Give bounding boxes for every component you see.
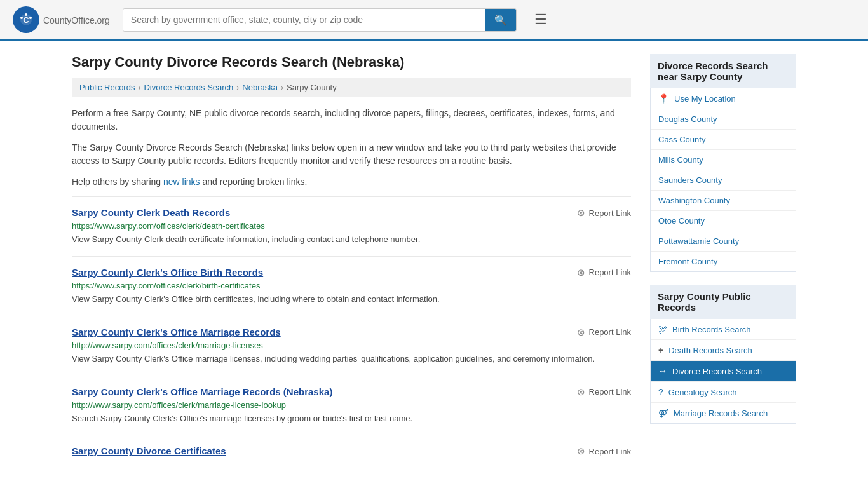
list-item: Fremont County [651, 252, 796, 271]
report-icon: ⊗ [577, 267, 585, 278]
report-icon: ⊗ [577, 445, 585, 457]
result-url[interactable]: https://www.sarpy.com/offices/clerk/deat… [72, 221, 631, 231]
list-item: + Death Records Search [651, 340, 796, 361]
result-url[interactable]: https://www.sarpy.com/offices/clerk/birt… [72, 281, 631, 290]
search-bar: 🔍 [123, 8, 517, 32]
result-url[interactable]: http://www.sarpy.com/offices/clerk/marri… [72, 341, 631, 350]
result-title[interactable]: Sarpy County Clerk's Office Birth Record… [72, 267, 263, 278]
site-header: C CountyOffice.org 🔍 ☰ [0, 0, 868, 41]
search-input[interactable] [123, 9, 485, 31]
report-icon: ⊗ [577, 327, 585, 338]
result-desc: View Sarpy County Clerk's Office birth c… [72, 294, 631, 306]
sidebar-county-link[interactable]: Mills County [651, 150, 796, 170]
list-item: Pottawattamie County [651, 231, 796, 252]
breadcrumb: Public Records › Divorce Records Search … [72, 78, 631, 97]
report-icon: ⊗ [577, 386, 585, 398]
result-title[interactable]: Sarpy County Divorce Certificates [72, 445, 226, 456]
sidebar-marriage-records-link[interactable]: ⚤ Marriage Records Search [651, 403, 796, 423]
use-my-location-link[interactable]: 📍 Use My Location [651, 88, 796, 109]
new-links-link[interactable]: new links [163, 177, 200, 187]
breadcrumb-sep-2: › [236, 83, 239, 92]
result-header: Sarpy County Clerk's Office Marriage Rec… [72, 386, 631, 398]
result-desc: View Sarpy County Clerk's Office marriag… [72, 353, 631, 365]
cross-icon: + [658, 345, 663, 355]
sidebar-county-link[interactable]: Otoe County [651, 211, 796, 231]
breadcrumb-link-nebraska[interactable]: Nebraska [242, 83, 278, 92]
list-item: ⚤ Marriage Records Search [651, 403, 796, 423]
svg-point-4 [29, 17, 32, 19]
svg-text:C: C [23, 15, 29, 25]
main-container: Sarpy County Divorce Records Search (Neb… [59, 41, 809, 482]
sidebar-nearby-header: Divorce Records Search near Sarpy County [650, 54, 796, 88]
result-url[interactable]: http://www.sarpy.com/offices/clerk/marri… [72, 400, 631, 410]
sidebar-county-link[interactable]: Douglas County [651, 109, 796, 129]
breadcrumb-current: Sarpy County [287, 83, 337, 92]
sidebar-county-link[interactable]: Pottawattamie County [651, 231, 796, 251]
list-item: Washington County [651, 191, 796, 211]
sidebar-birth-records-link[interactable]: 🕊 Birth Records Search [651, 319, 796, 339]
result-title[interactable]: Sarpy County Clerk's Office Marriage Rec… [72, 327, 281, 337]
content-area: Sarpy County Divorce Records Search (Neb… [72, 54, 631, 470]
report-link-button[interactable]: ⊗ Report Link [577, 445, 631, 457]
list-item: 🕊 Birth Records Search [651, 319, 796, 340]
breadcrumb-link-public-records[interactable]: Public Records [79, 83, 135, 92]
sidebar-public-records-list: 🕊 Birth Records Search + Death Records S… [650, 319, 796, 424]
sidebar-county-link[interactable]: Saunders County [651, 170, 796, 190]
result-header: Sarpy County Clerk's Office Birth Record… [72, 267, 631, 278]
hamburger-menu-icon[interactable]: ☰ [534, 11, 547, 28]
report-link-button[interactable]: ⊗ Report Link [577, 267, 631, 278]
list-item: Mills County [651, 150, 796, 170]
description-para-2: The Sarpy County Divorce Records Search … [72, 141, 631, 168]
gender-icon: ⚤ [658, 408, 668, 418]
sidebar-nearby-list: 📍 Use My Location Douglas County Cass Co… [650, 88, 796, 272]
list-item: 📍 Use My Location [651, 88, 796, 109]
sidebar-county-link[interactable]: Fremont County [651, 252, 796, 271]
breadcrumb-sep-1: › [138, 83, 140, 92]
list-item: ? Genealogy Search [651, 382, 796, 403]
list-item-active: ↔ Divorce Records Search [651, 361, 796, 382]
result-entry: Sarpy County Clerk's Office Birth Record… [72, 256, 631, 316]
sidebar-public-records-header: Sarpy County Public Records [650, 285, 796, 319]
bird-icon: 🕊 [658, 324, 667, 334]
result-entry: Sarpy County Clerk's Office Marriage Rec… [72, 376, 631, 435]
logo-icon: C [13, 6, 39, 33]
sidebar-county-link[interactable]: Washington County [651, 191, 796, 210]
svg-point-5 [25, 13, 27, 16]
sidebar-county-link[interactable]: Cass County [651, 130, 796, 149]
breadcrumb-link-divorce-records[interactable]: Divorce Records Search [144, 83, 233, 92]
sidebar-divorce-records-link[interactable]: ↔ Divorce Records Search [651, 361, 796, 381]
result-header: Sarpy County Divorce Certificates ⊗ Repo… [72, 445, 631, 457]
result-entry: Sarpy County Divorce Certificates ⊗ Repo… [72, 435, 631, 470]
sidebar-genealogy-link[interactable]: ? Genealogy Search [651, 382, 796, 402]
results-list: Sarpy County Clerk Death Records ⊗ Repor… [72, 196, 631, 470]
description-para-3: Help others by sharing new links and rep… [72, 175, 631, 189]
svg-point-3 [20, 17, 23, 19]
report-link-button[interactable]: ⊗ Report Link [577, 386, 631, 398]
breadcrumb-sep-3: › [281, 83, 283, 92]
result-header: Sarpy County Clerk's Office Marriage Rec… [72, 327, 631, 338]
result-entry: Sarpy County Clerk's Office Marriage Rec… [72, 316, 631, 376]
result-entry: Sarpy County Clerk Death Records ⊗ Repor… [72, 196, 631, 256]
report-icon: ⊗ [577, 207, 585, 219]
sidebar: Divorce Records Search near Sarpy County… [650, 54, 796, 470]
list-item: Cass County [651, 130, 796, 150]
report-link-button[interactable]: ⊗ Report Link [577, 327, 631, 338]
result-header: Sarpy County Clerk Death Records ⊗ Repor… [72, 207, 631, 219]
sidebar-death-records-link[interactable]: + Death Records Search [651, 340, 796, 360]
logo-text: CountyOffice.org [43, 13, 110, 27]
list-item: Douglas County [651, 109, 796, 130]
page-title: Sarpy County Divorce Records Search (Neb… [72, 54, 631, 71]
arrows-icon: ↔ [658, 366, 667, 376]
result-title[interactable]: Sarpy County Clerk's Office Marriage Rec… [72, 386, 332, 397]
result-title[interactable]: Sarpy County Clerk Death Records [72, 207, 230, 218]
list-item: Saunders County [651, 170, 796, 191]
list-item: Otoe County [651, 211, 796, 231]
location-pin-icon: 📍 [658, 93, 669, 104]
search-icon: 🔍 [494, 15, 507, 25]
description-para-1: Perform a free Sarpy County, NE public d… [72, 107, 631, 133]
question-icon: ? [658, 387, 663, 397]
report-link-button[interactable]: ⊗ Report Link [577, 207, 631, 219]
site-logo[interactable]: C CountyOffice.org [13, 6, 110, 33]
search-button[interactable]: 🔍 [485, 9, 516, 31]
result-desc: View Sarpy County Clerk death certificat… [72, 234, 631, 246]
